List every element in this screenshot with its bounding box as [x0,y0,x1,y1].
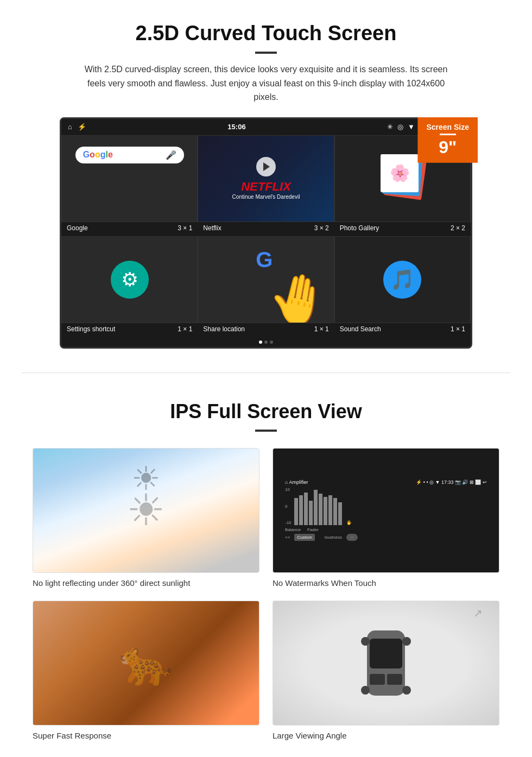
section1-title: 2.5D Curved Touch Screen [33,22,499,45]
google-logo: Google [83,150,113,160]
usb-icon: ⚡ [78,123,86,131]
wifi-icon: ▼ [408,123,415,131]
page-dots [61,337,471,347]
dot-2 [264,340,268,344]
app-labels-row1: Google 3 × 1 Netflix 3 × 2 Photo Gallery… [61,222,471,236]
sound-search-label: Sound Search 1 × 1 [334,323,471,337]
netflix-name: Netflix [203,224,221,232]
cheetah-label: Super Fast Response [33,731,259,740]
feature-amplifier: ⌂ Amplifier ⚡ • • ◎ ▼ 17:33 📷 🔊 ⊠ ⬜ ↩ 10… [273,448,499,588]
amp-scale: 100-10 [285,487,293,525]
app-grid-bottom: ⚙ G 🤚 � [61,236,471,323]
statusbar: ⌂ ⚡ 15:06 ✳ ◎ ▼ 📷 🔊 ⊠ ⬜ [61,119,471,135]
app-labels-row2: Settings shortcut 1 × 1 Share location 1… [61,323,471,337]
section2-divider [255,430,277,432]
location-icon: ◎ [397,123,403,131]
section-ips: IPS Full Screen View ☀ No light reflecti… [0,379,532,756]
share-location-size: 1 × 1 [314,325,329,333]
sunlight-image: ☀ [33,448,259,573]
gallery-label: Photo Gallery 2 × 2 [334,222,471,236]
netflix-play-button[interactable] [256,157,276,176]
screen-size-value: 9" [426,137,469,157]
amp-bar-3[interactable] [304,493,308,525]
amp-bar-1[interactable] [294,498,298,525]
car-top-view-svg [359,620,413,706]
amp-bars-container: 100-10 🖐️ [285,487,487,525]
home-icon: ⌂ [68,123,72,131]
amp-header: ⌂ Amplifier ⚡ • • ◎ ▼ 17:33 📷 🔊 ⊠ ⬜ ↩ [285,480,487,485]
amp-loudness-toggle[interactable]: ○ [346,534,358,541]
gear-icon: ⚙ [121,268,138,291]
dot-1 [259,340,262,344]
netflix-app-cell[interactable]: NETFLIX Continue Marvel's Daredevil [198,135,334,222]
share-location-name: Share location [203,325,245,333]
svg-point-7 [402,686,411,695]
car-arrow-icon: ↗ [473,607,483,620]
netflix-logo: NETFLIX [232,180,300,194]
screen-size-badge: Screen Size 9" [417,117,478,163]
settings-size: 1 × 1 [178,325,192,333]
statusbar-left: ⌂ ⚡ [68,123,86,131]
google-search-bar[interactable]: Google 🎤 [75,147,184,163]
share-location-cell[interactable]: G 🤚 [198,236,334,323]
netflix-subtitle: Continue Marvel's Daredevil [232,194,300,200]
section2-title: IPS Full Screen View [33,400,499,423]
svg-rect-1 [370,639,402,668]
amp-freq-labels: BalanceFader [285,527,487,532]
amp-bar-6[interactable] [319,494,322,525]
google-app-cell[interactable]: Google 🎤 [61,135,198,222]
google-name: Google [67,224,88,232]
amp-bar-8[interactable] [328,495,332,525]
feature-cheetah: 🐆 Super Fast Response [33,601,259,740]
amp-footer-bar: << Custom loudness ○ [285,534,487,541]
share-location-label: Share location 1 × 1 [198,323,334,337]
amp-bar-4[interactable] [309,501,313,525]
google-mic-icon: 🎤 [166,150,176,160]
page: 2.5D Curved Touch Screen With 2.5D curve… [0,0,532,756]
g-letter: G [256,248,273,272]
amp-bar-9[interactable] [333,498,337,525]
svg-rect-3 [387,674,402,685]
svg-rect-2 [370,674,385,685]
flower-icon: 🌸 [390,163,410,182]
device-frame: ⌂ ⚡ 15:06 ✳ ◎ ▼ 📷 🔊 ⊠ ⬜ [60,117,472,349]
svg-point-5 [402,637,411,646]
amp-loudness-label: loudness [325,535,342,540]
amp-bar-2[interactable] [299,495,303,525]
amp-icons: ⚡ • • ◎ ▼ 17:33 📷 🔊 ⊠ ⬜ ↩ [416,480,487,485]
dot-3 [270,340,273,344]
amp-nav-back: << [285,535,290,540]
cheetah-image: 🐆 [33,601,259,726]
svg-point-4 [361,637,370,646]
google-maps-icon: G [256,248,273,272]
settings-icon-wrap: ⚙ [111,261,149,299]
google-size: 3 × 1 [178,224,192,232]
photo-card-1: 🌸 [381,154,419,192]
gallery-name: Photo Gallery [340,224,379,232]
netflix-size: 3 × 2 [314,224,329,232]
cheetah-icon: 🐆 [119,638,173,689]
bluetooth-icon: ✳ [387,123,393,131]
sun-decorative: ☀ [126,485,166,535]
settings-name: Settings shortcut [67,325,115,333]
car-image: ↗ [273,601,499,726]
amp-bar-5[interactable] [314,490,318,525]
statusbar-time: 15:06 [227,123,245,131]
music-icon-wrap: 🎵 [383,261,421,299]
section1-divider [255,52,277,54]
feature-grid: ☀ No light reflecting under 360° direct … [33,448,499,740]
feature-car: ↗ Large Viewing Angle [273,601,499,740]
amplifier-image: ⌂ Amplifier ⚡ • • ◎ ▼ 17:33 📷 🔊 ⊠ ⬜ ↩ 10… [273,448,499,573]
section1-description: With 2.5D curved-display screen, this de… [76,62,456,104]
amp-title: ⌂ Amplifier [285,480,308,485]
sound-search-cell[interactable]: 🎵 [334,236,471,323]
amp-custom-btn[interactable]: Custom [294,534,315,541]
app-grid-top: Google 🎤 NETFLIX Continue Marvel's Dared… [61,135,471,222]
gallery-size: 2 × 2 [451,224,465,232]
finger-hand-icon: 🤚 [263,266,333,323]
amp-bar-10[interactable] [338,502,342,525]
amplifier-label: No Watermarks When Touch [273,578,499,588]
settings-app-cell[interactable]: ⚙ [61,236,198,323]
sound-search-size: 1 × 1 [451,325,465,333]
amp-bar-7[interactable] [324,497,327,525]
